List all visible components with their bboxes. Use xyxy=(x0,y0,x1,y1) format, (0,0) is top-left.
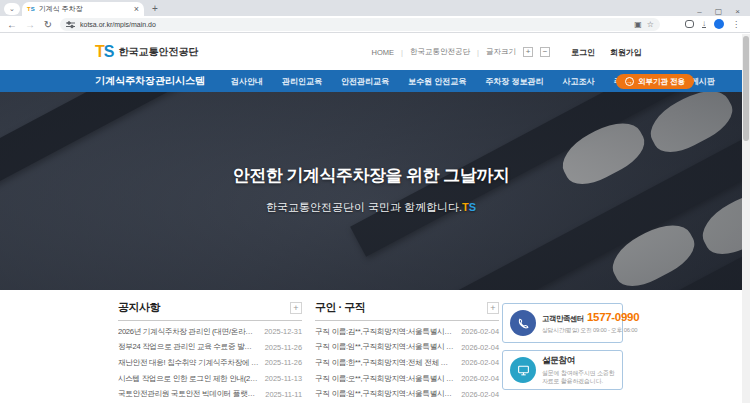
job-row[interactable]: 구직 이름:오**,구직희망지역:서울특별시 서초구… 2026-02-04 xyxy=(315,371,499,387)
survey-description: 설문에 참여해주시면 소중한 자료로 활용하겠습니다. xyxy=(542,369,615,385)
scrollbar-track[interactable] xyxy=(742,34,750,403)
notice-date: 2025-11-26 xyxy=(265,343,302,352)
login-link[interactable]: 로그인 xyxy=(571,47,595,58)
job-row[interactable]: 구직 이름:임**,구직희망지역:서울특별시 전체 구… 2026-02-04 xyxy=(315,340,499,356)
notice-row[interactable]: 2026년 기계식주차장 관리인 (대면/온라인) 교육 일정 2025-12-… xyxy=(118,324,302,340)
jobs-more-button[interactable]: + xyxy=(487,302,499,314)
reload-icon[interactable]: ↻ xyxy=(42,19,54,30)
content-section: 공지사항 + 2026년 기계식주차장 관리인 (대면/온라인) 교육 일정 2… xyxy=(0,290,742,403)
notice-date: 2025-11-11 xyxy=(265,390,302,399)
notice-title[interactable]: 국토안전관리원 국토안전 빅데이터 플랫폼(bigTori… xyxy=(118,389,259,399)
browser-window: ⌄ TS 기계식 주차장 × + – ▢ × ← → ↻ kotsa.or.kr… xyxy=(0,0,750,403)
phone-icon xyxy=(510,310,536,336)
system-title[interactable]: 기계식주차장관리시스템 xyxy=(95,74,205,88)
site-header: TS 한국교통안전공단 HOME | 한국교통안전공단 | 글자크기 + − 로… xyxy=(0,34,742,70)
jobs-title: 구인 · 구직 xyxy=(315,300,365,315)
notice-row[interactable]: 정부24 작업으로 관리인 교육 수료증 발급 제한 안내 2025-11-26 xyxy=(118,340,302,356)
notice-row[interactable]: 시스템 작업으로 인한 로그인 제한 안내(25.11.14-17) 2025-… xyxy=(118,371,302,387)
job-date: 2026-02-04 xyxy=(461,327,499,336)
job-row[interactable]: 구직 이름:임**,구직희망지역:서울특별시은평구… 2026-02-04 xyxy=(315,386,499,402)
notice-title[interactable]: 시스템 작업으로 인한 로그인 제한 안내(25.11.14-17) xyxy=(118,374,259,384)
job-title[interactable]: 구직 이름:오**,구직희망지역:서울특별시 서초구… xyxy=(315,374,455,384)
bookmark-star-icon[interactable]: ☆ xyxy=(647,20,654,29)
tab-search-button[interactable]: ⌄ xyxy=(4,3,20,15)
customer-center-hours: 상담시간(평일) 오전 09:00 - 오후 06:00 xyxy=(542,326,615,335)
org-link[interactable]: 한국교통안전공단 xyxy=(410,47,470,57)
site-logo[interactable]: TS 한국교통안전공단 xyxy=(95,43,198,61)
side-panel-icon[interactable] xyxy=(685,15,694,33)
signup-link[interactable]: 회원가입 xyxy=(610,47,642,58)
job-title[interactable]: 구직 이름:한**,구직희망지역:전체 전체 구직합니다 xyxy=(315,358,455,368)
hero-banner: 안전한 기계식주차장을 위한 그날까지 한국교통안전공단이 국민과 함께합니다.… xyxy=(0,92,742,290)
arrow-right-icon: → xyxy=(625,77,634,86)
screenshot-icon[interactable]: ▣ xyxy=(634,20,642,29)
divider: | xyxy=(477,48,479,57)
font-size-label: 글자크기 xyxy=(486,47,516,57)
hero-copy: 안전한 기계식주차장을 위한 그날까지 한국교통안전공단이 국민과 함께합니다.… xyxy=(0,164,742,215)
notices-more-button[interactable]: + xyxy=(290,302,302,314)
customer-center-box[interactable]: 고객만족센터 1577-0990 상담시간(평일) 오전 09:00 - 오후 … xyxy=(502,303,623,343)
nav-item[interactable]: 보수원 안전교육 xyxy=(408,76,466,87)
notice-title[interactable]: 정부24 작업으로 관리인 교육 수료증 발급 제한 안내 xyxy=(118,342,259,352)
notice-row[interactable]: 재난안전 대응! 침수취약 기계식주차장에 차수판으… 2025-11-26 xyxy=(118,355,302,371)
tab-close-icon[interactable]: × xyxy=(134,4,139,14)
font-decrease-button[interactable]: − xyxy=(540,47,550,57)
job-title[interactable]: 구직 이름:임**,구직희망지역:서울특별시은평구… xyxy=(315,389,455,399)
divider: | xyxy=(401,48,403,57)
survey-text: 설문참여 설문에 참여해주시면 소중한 자료로 활용하겠습니다. xyxy=(542,355,615,385)
hero-subtitle: 한국교통안전공단이 국민과 함께합니다.TS xyxy=(0,200,742,215)
site-favicon-icon: TS xyxy=(27,6,35,12)
nav-item[interactable]: 게시판 xyxy=(691,76,715,87)
customer-center-text: 고객만족센터 1577-0990 상담시간(평일) 오전 09:00 - 오후 … xyxy=(542,311,615,335)
notice-title[interactable]: 2026년 기계식주차장 관리인 (대면/온라인) 교육 일정 xyxy=(118,327,258,337)
header-utility: HOME | 한국교통안전공단 | 글자크기 + − 로그인 회원가입 xyxy=(372,47,642,58)
job-row[interactable]: 구직 이름:한**,구직희망지역:전체 전체 구직합니다 2026-02-04 xyxy=(315,355,499,371)
jobs-section: 구인 · 구직 + 구직 이름:김**,구직희망지역:서울특별시양천구… 202… xyxy=(315,300,499,402)
toolbar-right: ↓ ⋮ xyxy=(685,15,744,33)
hero-title: 안전한 기계식주차장을 위한 그날까지 xyxy=(0,164,742,187)
site-settings-icon[interactable] xyxy=(66,20,75,29)
forward-icon[interactable]: → xyxy=(24,19,36,30)
address-bar[interactable]: kotsa.or.kr/mpis/main.do ▣ ☆ xyxy=(60,18,660,31)
survey-title: 설문참여 xyxy=(542,355,615,367)
back-icon[interactable]: ← xyxy=(6,19,18,30)
job-title[interactable]: 구직 이름:임**,구직희망지역:서울특별시 전체 구… xyxy=(315,342,455,352)
customer-center-label: 고객만족센터 xyxy=(542,314,584,324)
font-increase-button[interactable]: + xyxy=(523,47,533,57)
notice-date: 2025-11-13 xyxy=(265,374,302,383)
job-date: 2026-02-04 xyxy=(461,343,499,352)
home-link[interactable]: HOME xyxy=(372,48,395,57)
url-text[interactable]: kotsa.or.kr/mpis/main.do xyxy=(80,21,629,28)
nav-item[interactable]: 주차장 정보관리 xyxy=(485,76,543,87)
browser-menu-icon[interactable]: ⋮ xyxy=(732,20,740,29)
jobs-list: 구직 이름:김**,구직희망지역:서울특별시양천구… 2026-02-04 구직… xyxy=(315,324,499,402)
tab-title: 기계식 주차장 xyxy=(39,4,130,14)
new-tab-button[interactable]: + xyxy=(148,3,162,14)
nav-item[interactable]: 사고조사 xyxy=(562,76,594,87)
nav-item[interactable]: 검사안내 xyxy=(231,76,263,87)
customer-center-phone: 1577-0990 xyxy=(587,311,639,323)
nav-item[interactable]: 관리인교육 xyxy=(282,76,322,87)
notices-title: 공지사항 xyxy=(118,300,160,315)
nav-item[interactable]: 안전관리교육 xyxy=(341,76,389,87)
profile-avatar[interactable] xyxy=(714,19,724,29)
jobs-header: 구인 · 구직 + xyxy=(315,300,499,321)
notices-section: 공지사항 + 2026년 기계식주차장 관리인 (대면/온라인) 교육 일정 2… xyxy=(118,300,302,402)
notice-title[interactable]: 재난안전 대응! 침수취약 기계식주차장에 차수판으… xyxy=(118,358,259,368)
job-date: 2026-02-04 xyxy=(461,390,499,399)
side-widgets: 고객만족센터 1577-0990 상담시간(평일) 오전 09:00 - 오후 … xyxy=(502,303,623,397)
survey-monitor-icon xyxy=(510,357,536,383)
notice-row[interactable]: 국토안전관리원 국토안전 빅데이터 플랫폼(bigTori… 2025-11-1… xyxy=(118,386,302,402)
scrollbar-thumb[interactable] xyxy=(743,36,749,141)
external-org-button[interactable]: → 외부기관 전용 xyxy=(616,74,694,89)
notices-list: 2026년 기계식주차장 관리인 (대면/온라인) 교육 일정 2025-12-… xyxy=(118,324,302,402)
notices-header: 공지사항 + xyxy=(118,300,302,321)
job-row[interactable]: 구직 이름:김**,구직희망지역:서울특별시양천구… 2026-02-04 xyxy=(315,324,499,340)
download-icon[interactable]: ↓ xyxy=(702,20,706,28)
browser-toolbar: ← → ↻ kotsa.or.kr/mpis/main.do ▣ ☆ ↓ ⋮ xyxy=(0,16,750,33)
notice-date: 2025-12-31 xyxy=(264,327,302,336)
survey-box[interactable]: 설문참여 설문에 참여해주시면 소중한 자료로 활용하겠습니다. xyxy=(502,350,623,390)
browser-tab[interactable]: TS 기계식 주차장 × xyxy=(22,2,144,16)
job-title[interactable]: 구직 이름:김**,구직희망지역:서울특별시양천구… xyxy=(315,327,455,337)
ts-logo-icon: TS xyxy=(95,43,113,61)
